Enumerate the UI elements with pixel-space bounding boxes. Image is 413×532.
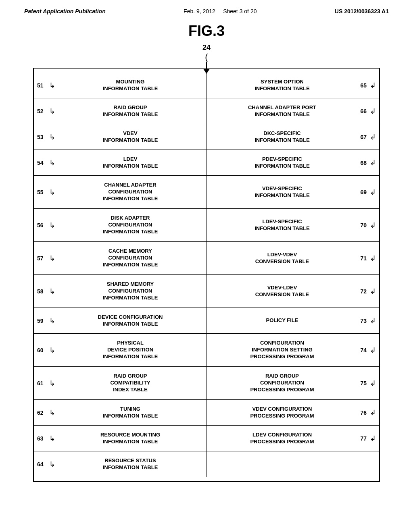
left-cell: 58↳SHARED MEMORY CONFIGURATION INFORMATI…: [34, 275, 206, 308]
left-cell: 51↳MOUNTING INFORMATION TABLE: [34, 73, 206, 98]
right-cell: PDEV-SPECIFIC INFORMATION TABLE68↲: [206, 150, 379, 175]
left-number: 63: [37, 435, 49, 442]
left-cell: 62↳TUNING INFORMATION TABLE: [34, 400, 206, 425]
table-row: 61↳RAID GROUP COMPATIBILITY INDEX TABLER…: [34, 367, 379, 400]
left-number: 54: [37, 160, 49, 166]
right-number: 72: [355, 288, 367, 295]
left-number: 64: [37, 461, 49, 468]
left-arrow-icon: ↳: [49, 346, 55, 355]
right-text: DKC-SPECIFIC INFORMATION TABLE: [210, 130, 355, 144]
right-arrow-icon: ↲: [370, 81, 376, 90]
left-arrow-icon: ↳: [49, 81, 55, 90]
left-cell: 55↳CHANNEL ADAPTER CONFIGURATION INFORMA…: [34, 176, 206, 208]
left-cell: 57↳CACHE MEMORY CONFIGURATION INFORMATIO…: [34, 242, 206, 274]
left-cell: 54↳LDEV INFORMATION TABLE: [34, 150, 206, 175]
left-arrow-icon: ↳: [49, 254, 55, 263]
left-arrow-icon: ↳: [49, 158, 55, 167]
left-arrow-icon: ↳: [49, 188, 55, 197]
table-row: 64↳RESOURCE STATUS INFORMATION TABLE: [34, 451, 379, 477]
left-arrow-icon: ↳: [49, 107, 55, 116]
left-cell: 56↳DISK ADAPTER CONFIGURATION INFORMATIO…: [34, 209, 206, 241]
right-cell: SYSTEM OPTION INFORMATION TABLE65↲: [206, 73, 379, 98]
left-number: 53: [37, 134, 49, 140]
right-arrow-icon: ↲: [370, 133, 376, 141]
right-cell: LDEV CONFIGURATION PROCESSING PROGRAM77↲: [206, 426, 379, 451]
left-arrow-icon: ↳: [49, 408, 55, 417]
left-number: 59: [37, 318, 49, 324]
right-cell: LDEV-SPECIFIC INFORMATION TABLE70↲: [206, 209, 379, 241]
header: Patent Application Publication Feb. 9, 2…: [24, 8, 389, 15]
header-right: US 2012/0036323 A1: [335, 8, 389, 15]
right-text: LDEV CONFIGURATION PROCESSING PROGRAM: [210, 432, 355, 445]
diagram-box: 51↳MOUNTING INFORMATION TABLESYSTEM OPTI…: [33, 68, 380, 482]
right-arrow-icon: ↲: [370, 408, 376, 417]
right-cell: RAID GROUP CONFIGURATION PROCESSING PROG…: [206, 367, 379, 399]
right-cell: VDEV-SPECIFIC INFORMATION TABLE69↲: [206, 176, 379, 208]
left-number: 56: [37, 222, 49, 229]
right-cell: POLICY FILE73↲: [206, 308, 379, 333]
right-text: VDEV-SPECIFIC INFORMATION TABLE: [210, 185, 355, 199]
left-arrow-icon: ↳: [49, 316, 55, 325]
left-arrow-icon: ↳: [49, 460, 55, 469]
left-text: SHARED MEMORY CONFIGURATION INFORMATION …: [58, 281, 203, 301]
left-arrow-icon: ↳: [49, 434, 55, 443]
right-arrow-icon: ↲: [370, 316, 376, 325]
left-text: CACHE MEMORY CONFIGURATION INFORMATION T…: [58, 248, 203, 268]
right-number: 77: [355, 435, 367, 442]
table-row: 53↳VDEV INFORMATION TABLEDKC-SPECIFIC IN…: [34, 124, 379, 150]
table-row: 60↳PHYSICAL DEVICE POSITION INFORMATION …: [34, 334, 379, 367]
fig-title: FIG.3: [24, 23, 389, 39]
right-text: VDEV CONFIGURATION PROCESSING PROGRAM: [210, 406, 355, 420]
table-row: 52↳RAID GROUP INFORMATION TABLECHANNEL A…: [34, 98, 379, 124]
left-number: 62: [37, 409, 49, 416]
pub-date: Feb. 9, 2012: [184, 8, 215, 15]
right-number: 71: [355, 255, 367, 262]
left-text: TUNING INFORMATION TABLE: [58, 406, 203, 420]
table-row: 56↳DISK ADAPTER CONFIGURATION INFORMATIO…: [34, 209, 379, 242]
page: Patent Application Publication Feb. 9, 2…: [0, 0, 413, 532]
table-row: 55↳CHANNEL ADAPTER CONFIGURATION INFORMA…: [34, 176, 379, 209]
left-arrow-icon: ↳: [49, 379, 55, 388]
left-text: RESOURCE MOUNTING INFORMATION TABLE: [58, 432, 203, 445]
right-cell: [206, 451, 379, 477]
right-number: 68: [355, 160, 367, 166]
table-row: 57↳CACHE MEMORY CONFIGURATION INFORMATIO…: [34, 242, 379, 275]
right-arrow-icon: ↲: [370, 379, 376, 388]
right-cell: DKC-SPECIFIC INFORMATION TABLE67↲: [206, 124, 379, 150]
left-cell: 64↳RESOURCE STATUS INFORMATION TABLE: [34, 451, 206, 477]
left-text: DEVICE CONFIGURATION INFORMATION TABLE: [58, 314, 203, 328]
right-text: CHANNEL ADAPTER PORT INFORMATION TABLE: [210, 104, 355, 118]
right-text: VDEV-LDEV CONVERSION TABLE: [210, 285, 355, 298]
left-number: 52: [37, 108, 49, 114]
right-number: 73: [355, 318, 367, 324]
left-number: 51: [37, 82, 49, 89]
left-text: RAID GROUP COMPATIBILITY INDEX TABLE: [58, 373, 203, 393]
right-number: 65: [355, 82, 367, 89]
table-row: 54↳LDEV INFORMATION TABLEPDEV-SPECIFIC I…: [34, 150, 379, 176]
right-number: 76: [355, 409, 367, 416]
left-text: DISK ADAPTER CONFIGURATION INFORMATION T…: [58, 215, 203, 235]
table-row: 63↳RESOURCE MOUNTING INFORMATION TABLELD…: [34, 426, 379, 451]
header-left: Patent Application Publication: [24, 8, 106, 15]
right-text: CONFIGURATION INFORMATION SETTING PROCES…: [210, 340, 355, 360]
right-number: 74: [355, 347, 367, 353]
right-number: 67: [355, 134, 367, 140]
right-text: SYSTEM OPTION INFORMATION TABLE: [210, 79, 355, 92]
left-arrow-icon: ↳: [49, 221, 55, 230]
right-cell: CHANNEL ADAPTER PORT INFORMATION TABLE66…: [206, 98, 379, 124]
right-number: 75: [355, 380, 367, 387]
left-text: LDEV INFORMATION TABLE: [58, 156, 203, 170]
right-arrow-icon: ↲: [370, 188, 376, 197]
right-arrow-icon: ↲: [370, 254, 376, 263]
right-arrow-icon: ↲: [370, 221, 376, 230]
right-number: 69: [355, 189, 367, 195]
right-cell: CONFIGURATION INFORMATION SETTING PROCES…: [206, 334, 379, 366]
left-cell: 52↳RAID GROUP INFORMATION TABLE: [34, 98, 206, 124]
right-text: PDEV-SPECIFIC INFORMATION TABLE: [210, 156, 355, 170]
left-cell: 61↳RAID GROUP COMPATIBILITY INDEX TABLE: [34, 367, 206, 399]
sheet-info: Sheet 3 of 20: [223, 8, 257, 15]
right-arrow-icon: ↲: [370, 158, 376, 167]
left-arrow-icon: ↳: [49, 287, 55, 296]
left-text: CHANNEL ADAPTER CONFIGURATION INFORMATIO…: [58, 182, 203, 202]
right-arrow-icon: ↲: [370, 346, 376, 355]
